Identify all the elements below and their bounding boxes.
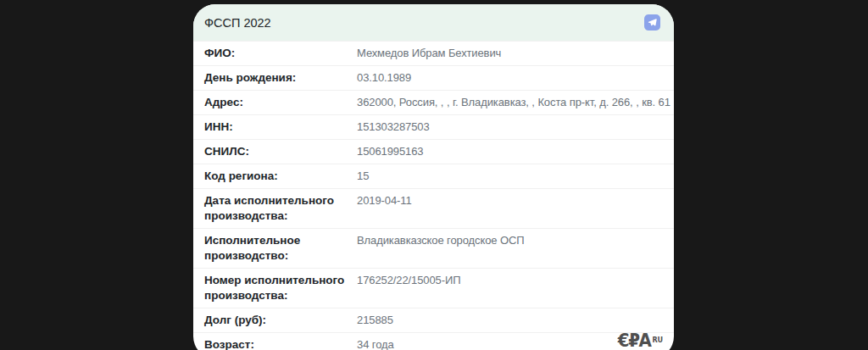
field-value: 176252/22/15005-ИП bbox=[357, 273, 663, 288]
table-row-region-code: Код региона: 15 bbox=[193, 164, 674, 188]
table-row-enforcement-date: Дата исполнительного производства: 2019-… bbox=[193, 188, 674, 228]
telegram-share-button[interactable] bbox=[644, 14, 660, 31]
cpa-ru-logo-suffix: RU bbox=[652, 336, 663, 344]
table-row-age: Возраст: 34 года bbox=[193, 332, 674, 350]
field-value: 2019-04-11 bbox=[357, 193, 663, 208]
field-label: Адрес: bbox=[204, 95, 357, 110]
field-label: Возраст: bbox=[204, 337, 357, 350]
field-label: Исполнительное производство: bbox=[204, 233, 357, 264]
field-label: Дата исполнительного производства: bbox=[204, 193, 357, 224]
field-label: ИНН: bbox=[204, 119, 357, 135]
field-label: Номер исполнительного производства: bbox=[204, 273, 357, 303]
table-row-enforcement-number: Номер исполнительного производства: 1762… bbox=[193, 268, 674, 308]
field-label: Долг (руб): bbox=[204, 313, 357, 328]
table-row-snils: СНИЛС: 15061995163 bbox=[193, 139, 674, 164]
record-fields: ФИО: Мехмедов Ибрам Бехтиевич День рожде… bbox=[193, 41, 674, 350]
field-label: Код региона: bbox=[204, 169, 357, 184]
table-row-address: Адрес: 362000, Россия, , , г. Владикавка… bbox=[193, 90, 674, 114]
field-value: Владикавказское городское ОСП bbox=[357, 233, 663, 248]
field-value: 03.10.1989 bbox=[357, 70, 663, 86]
card-title: ФССП 2022 bbox=[204, 15, 271, 31]
field-value: 151303287503 bbox=[357, 119, 663, 135]
field-value: 362000, Россия, , , г. Владикавказ, , Ко… bbox=[357, 95, 670, 110]
card-header: ФССП 2022 bbox=[193, 4, 674, 41]
field-value: Мехмедов Ибрам Бехтиевич bbox=[357, 46, 663, 61]
table-row-debt: Долг (руб): 215885 bbox=[193, 308, 674, 332]
field-label: День рождения: bbox=[204, 70, 357, 86]
cpa-ru-logo: €₽ARU bbox=[617, 331, 661, 350]
field-label: ФИО: bbox=[204, 46, 357, 61]
field-value: 215885 bbox=[357, 313, 663, 328]
field-value: 15 bbox=[357, 169, 663, 184]
field-value: 15061995163 bbox=[357, 144, 663, 159]
table-row-birthdate: День рождения: 03.10.1989 bbox=[193, 65, 674, 90]
fssp-record-card: ФССП 2022 ФИО: Мехмедов Ибрам Бехтиевич … bbox=[193, 4, 674, 350]
table-row-inn: ИНН: 151303287503 bbox=[193, 114, 674, 139]
paper-plane-icon bbox=[648, 18, 657, 27]
field-label: СНИЛС: bbox=[204, 144, 357, 159]
cpa-ru-logo-text: €₽A bbox=[617, 330, 650, 350]
table-row-enforcement-office: Исполнительное производство: Владикавказ… bbox=[193, 228, 674, 268]
table-row-fio: ФИО: Мехмедов Ибрам Бехтиевич bbox=[193, 41, 674, 65]
